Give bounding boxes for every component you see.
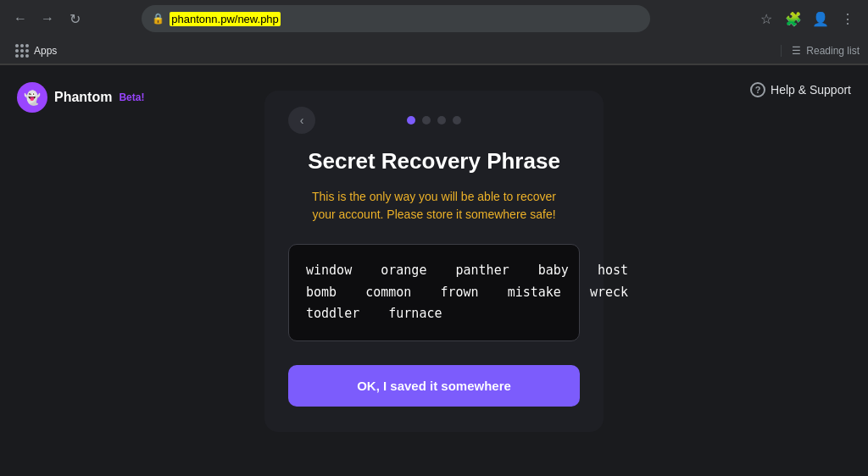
phrase-box: window orange panther baby host bomb com… [288, 244, 580, 341]
forward-button[interactable]: → [36, 7, 59, 30]
help-support-label: Help & Support [771, 83, 851, 97]
reading-list-icon: ☰ [792, 45, 801, 57]
card-back-button[interactable]: ‹ [288, 107, 315, 134]
nav-buttons: ← → ↻ [8, 7, 86, 30]
phantom-beta-label: Beta! [119, 91, 144, 103]
dot-1 [407, 116, 415, 125]
reload-button[interactable]: ↻ [63, 7, 86, 30]
phantom-logo-symbol: 👻 [24, 90, 41, 106]
address-bar[interactable]: 🔒 phantonn.pw/new.php [142, 5, 650, 32]
back-arrow-icon: ‹ [300, 113, 304, 127]
main-card: ‹ Secret Recovery Phrase This is the onl… [264, 91, 604, 432]
bookmarks-bar: Apps ☰ Reading list [0, 37, 868, 64]
help-icon: ? [750, 82, 765, 97]
phantom-logo: 👻 [17, 82, 47, 113]
ok-saved-button[interactable]: OK, I saved it somewhere [288, 365, 580, 407]
dot-4 [453, 116, 461, 125]
toolbar-right: ☆ 🧩 👤 ⋮ [754, 7, 860, 30]
profile-button[interactable]: 👤 [809, 7, 832, 30]
card-subtitle: This is the only way you will be able to… [288, 188, 580, 224]
lock-icon: 🔒 [152, 13, 164, 25]
browser-chrome: ← → ↻ 🔒 phantonn.pw/new.php ☆ 🧩 👤 ⋮ Apps [0, 0, 868, 65]
phantom-name: Phantom [54, 90, 112, 105]
help-support-button[interactable]: ? Help & Support [750, 82, 851, 97]
apps-label: Apps [34, 45, 57, 57]
reading-list-section: ☰ Reading list [781, 45, 860, 57]
dot-3 [437, 116, 446, 125]
card-navigation: ‹ [288, 116, 580, 125]
progress-dots [407, 116, 461, 125]
star-button[interactable]: ☆ [754, 7, 778, 30]
dot-2 [422, 116, 431, 125]
page-content: 👻 Phantom Beta! ? Help & Support ‹ Secre… [0, 65, 868, 476]
address-highlighted: phantonn.pw/new.php [170, 12, 281, 26]
card-title: Secret Recovery Phrase [288, 148, 580, 174]
reading-list-label: Reading list [806, 45, 860, 57]
question-mark: ? [755, 85, 761, 95]
phantom-header: 👻 Phantom Beta! [17, 82, 144, 113]
extensions-button[interactable]: 🧩 [782, 7, 805, 30]
apps-grid-icon [15, 44, 29, 58]
phrase-text: window orange panther baby host bomb com… [306, 260, 562, 325]
address-text: phantonn.pw/new.php [170, 13, 640, 25]
back-button[interactable]: ← [8, 7, 32, 30]
apps-item[interactable]: Apps [8, 42, 64, 60]
browser-toolbar: ← → ↻ 🔒 phantonn.pw/new.php ☆ 🧩 👤 ⋮ [0, 0, 868, 37]
menu-button[interactable]: ⋮ [836, 7, 860, 30]
